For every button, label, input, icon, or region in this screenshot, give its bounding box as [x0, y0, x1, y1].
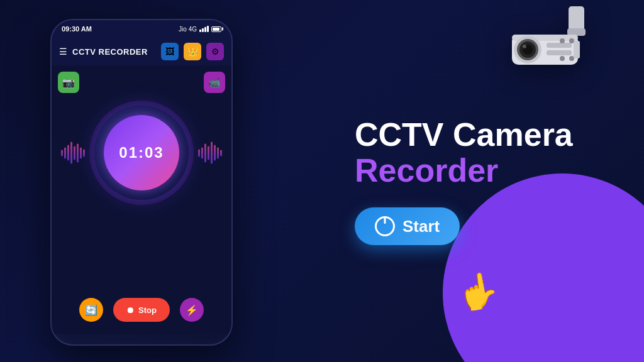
camera-image — [493, 6, 606, 90]
stop-button[interactable]: ⏺ Stop — [113, 298, 170, 322]
svg-point-11 — [560, 38, 565, 43]
svg-point-14 — [569, 56, 574, 61]
status-bar: 09:30 AM Jio 4G — [52, 20, 231, 38]
settings-button[interactable]: ⚙ — [206, 43, 224, 60]
title-line2: Recorder — [355, 153, 606, 189]
stop-dot-icon: ⏺ — [126, 305, 135, 315]
svg-rect-10 — [547, 50, 572, 55]
green-camera-button[interactable]: 📷 — [58, 72, 79, 93]
hand-cursor: 👆 — [453, 268, 502, 315]
header-icons: 🖼 👑 ⚙ — [161, 43, 224, 60]
signal-icon — [199, 26, 209, 32]
timer-outer: 01:03 — [94, 106, 189, 200]
rotate-icon: 🔄 — [85, 304, 97, 316]
stop-label: Stop — [138, 305, 157, 315]
svg-rect-15 — [574, 41, 580, 58]
svg-rect-0 — [569, 6, 584, 31]
start-label: Start — [402, 217, 440, 236]
header-left: ☰ CCTV RECORDER — [59, 47, 148, 57]
timer-container: 01:03 — [58, 106, 225, 200]
lightning-button[interactable]: ⚡ — [180, 298, 204, 322]
gallery-button[interactable]: 🖼 — [161, 43, 179, 60]
phone-mockup: 09:30 AM Jio 4G ☰ CCTV RECORDER — [50, 19, 233, 346]
gallery-icon: 🖼 — [165, 47, 174, 57]
app-title: CCTV RECORDER — [72, 47, 148, 57]
rotate-button[interactable]: 🔄 — [79, 298, 103, 322]
green-cam-icon: 📷 — [62, 77, 75, 89]
crown-button[interactable]: 👑 — [184, 43, 201, 60]
app-header: ☰ CCTV RECORDER 🖼 👑 ⚙ — [52, 38, 231, 65]
sound-wave-left — [61, 142, 85, 164]
phone-frame: 09:30 AM Jio 4G ☰ CCTV RECORDER — [50, 19, 233, 346]
svg-point-13 — [560, 56, 565, 61]
status-time: 09:30 AM — [62, 25, 92, 33]
lightning-icon: ⚡ — [186, 304, 198, 316]
top-buttons: 📷 📹 — [58, 72, 225, 93]
svg-point-8 — [523, 45, 526, 48]
carrier-text: Jio 4G — [179, 26, 197, 33]
phone-content: 📷 📹 — [52, 65, 231, 334]
camera-svg — [493, 6, 606, 88]
timer-inner: 01:03 — [104, 115, 179, 190]
title-line1: CCTV Camera — [355, 117, 606, 153]
bottom-controls: 🔄 ⏺ Stop ⚡ — [52, 298, 231, 322]
status-right: Jio 4G — [179, 26, 221, 33]
power-icon — [375, 216, 395, 236]
svg-point-12 — [569, 38, 574, 43]
menu-icon[interactable]: ☰ — [59, 47, 67, 57]
timer-display: 01:03 — [119, 144, 164, 162]
purple-camera-button[interactable]: 📹 — [204, 72, 225, 93]
svg-rect-9 — [547, 43, 572, 48]
settings-icon: ⚙ — [211, 47, 219, 57]
purple-cam-icon: 📹 — [208, 77, 221, 89]
battery-icon — [211, 26, 221, 32]
crown-icon: 👑 — [187, 47, 198, 57]
sound-wave-right — [198, 142, 222, 164]
start-button[interactable]: Start — [355, 207, 460, 245]
